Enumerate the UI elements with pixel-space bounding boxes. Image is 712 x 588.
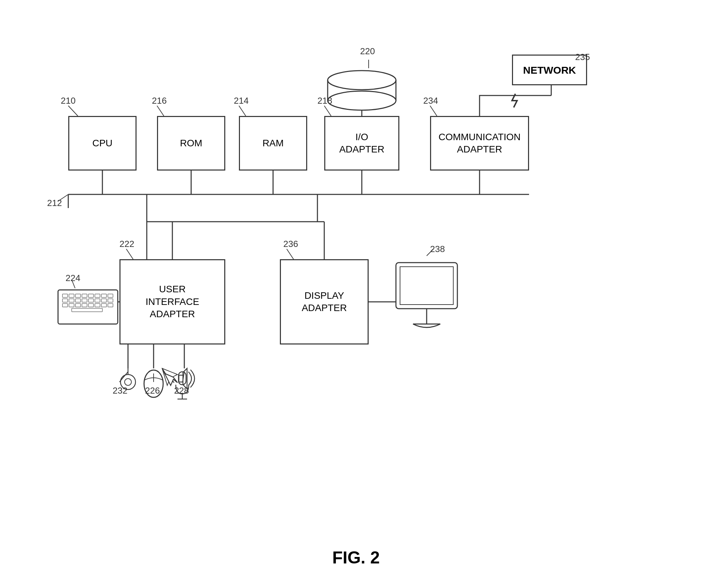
caption-text: FIG. 2 [332, 548, 380, 567]
svg-line-37 [119, 372, 128, 382]
svg-rect-69 [108, 304, 113, 307]
cpu-label: CPU [92, 137, 112, 149]
svg-rect-58 [95, 299, 100, 302]
svg-rect-41 [400, 267, 453, 305]
ref-222: 222 [119, 239, 134, 249]
svg-rect-56 [82, 299, 87, 302]
svg-rect-64 [75, 304, 81, 307]
svg-rect-63 [72, 308, 102, 312]
display-adapter-box: DISPLAYADAPTER [280, 259, 369, 344]
ram-label: RAM [262, 137, 284, 149]
ui-adapter-box: USERINTERFACEADAPTER [119, 259, 225, 344]
ref-210: 210 [61, 95, 75, 106]
ref-234: 234 [423, 95, 438, 106]
svg-rect-49 [88, 294, 94, 297]
svg-rect-66 [88, 304, 94, 307]
svg-rect-51 [101, 294, 106, 297]
ref-232: 232 [113, 385, 127, 396]
svg-line-27 [239, 106, 246, 116]
comm-label: COMMUNICATIONADAPTER [439, 131, 521, 156]
svg-line-33 [126, 249, 133, 259]
svg-line-38 [152, 372, 154, 382]
svg-line-30 [430, 106, 437, 116]
ref-218: 218 [317, 95, 332, 106]
network-label: NETWORK [523, 63, 576, 77]
rom-label: ROM [180, 137, 202, 149]
svg-rect-55 [75, 299, 81, 302]
ref-236: 236 [283, 239, 298, 249]
ref-214: 214 [234, 95, 248, 106]
rom-box: ROM [157, 116, 225, 171]
diagram: CPU ROM RAM I/OADAPTER COMMUNICATIONADAP… [27, 27, 685, 539]
io-label: I/OADAPTER [339, 131, 384, 156]
svg-rect-40 [396, 263, 457, 309]
figure-caption: FIG. 2 [332, 548, 380, 568]
svg-point-14 [328, 71, 396, 90]
svg-marker-73 [162, 368, 177, 385]
svg-rect-50 [95, 294, 100, 297]
display-adapter-label: DISPLAYADAPTER [302, 290, 347, 314]
svg-point-17 [328, 91, 396, 110]
svg-line-26 [157, 106, 164, 116]
ref-212: 212 [47, 198, 62, 208]
svg-rect-52 [108, 294, 113, 297]
svg-rect-74 [179, 372, 186, 385]
svg-point-78 [125, 379, 131, 385]
svg-rect-45 [62, 294, 68, 297]
svg-rect-48 [82, 294, 87, 297]
svg-rect-57 [88, 299, 94, 302]
svg-rect-53 [62, 299, 68, 302]
svg-line-28 [324, 106, 331, 116]
svg-rect-47 [75, 294, 81, 297]
svg-line-35 [287, 249, 294, 259]
ram-box: RAM [239, 116, 307, 171]
svg-rect-68 [101, 304, 106, 307]
svg-rect-60 [108, 299, 113, 302]
svg-rect-59 [101, 299, 106, 302]
ref-224: 224 [66, 273, 80, 283]
io-box: I/OADAPTER [324, 116, 399, 171]
ui-adapter-label: USERINTERFACEADAPTER [145, 283, 199, 320]
svg-rect-62 [69, 304, 74, 307]
svg-line-39 [183, 372, 184, 382]
svg-rect-67 [95, 304, 100, 307]
svg-rect-61 [62, 304, 68, 307]
cpu-box: CPU [68, 116, 137, 171]
svg-rect-46 [69, 294, 74, 297]
ref-226: 226 [145, 385, 160, 396]
comm-box: COMMUNICATIONADAPTER [430, 116, 529, 171]
ref-228: 228 [174, 385, 189, 396]
ref-238: 238 [430, 244, 445, 254]
svg-line-25 [68, 106, 78, 116]
svg-marker-72 [162, 368, 177, 385]
svg-rect-54 [69, 299, 74, 302]
svg-rect-65 [82, 304, 87, 307]
ref-220: 220 [360, 46, 375, 57]
ref-216: 216 [152, 95, 167, 106]
svg-rect-44 [58, 290, 118, 324]
ref-235: 235 [575, 52, 590, 62]
